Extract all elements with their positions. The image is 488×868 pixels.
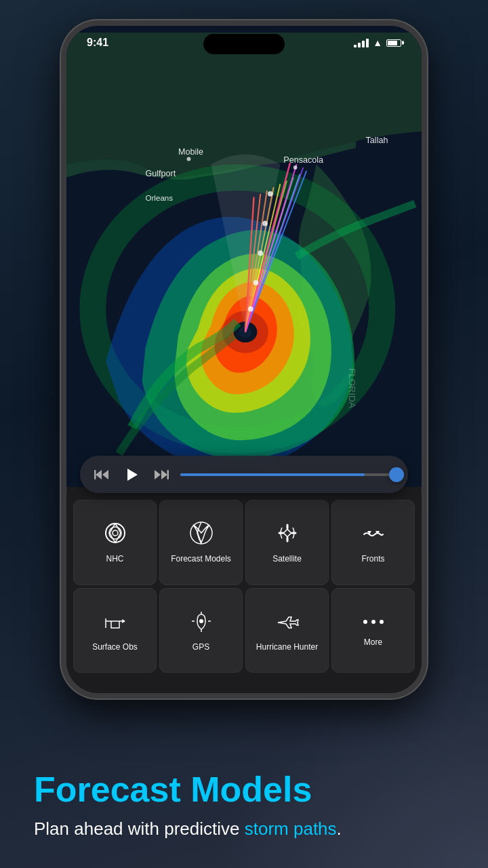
playback-controls (80, 456, 408, 493)
subtext-end: . (337, 818, 342, 839)
hurricane-hunter-icon (275, 609, 300, 637)
nhc-icon (103, 521, 127, 549)
svg-rect-36 (167, 470, 169, 479)
nhc-label: NHC (106, 554, 124, 564)
toolbar-item-more[interactable]: More (331, 588, 415, 673)
more-icon (361, 613, 386, 632)
svg-point-38 (109, 527, 121, 539)
gps-icon (189, 609, 214, 637)
toolbar-item-hurricane-hunter[interactable]: Hurricane Hunter (245, 588, 329, 673)
svg-rect-32 (94, 470, 96, 479)
subtext-plain: Plan ahead with predictive (34, 818, 245, 839)
progress-fill (180, 473, 365, 476)
forecast-models-icon (189, 521, 214, 549)
toolbar-item-gps[interactable]: GPS (159, 588, 243, 673)
satellite-icon (275, 521, 300, 549)
radar-map[interactable]: Mobile Pensacola Tallah Gulfport Orleans… (66, 26, 422, 487)
svg-point-61 (380, 620, 384, 624)
headline: Forecast Models (34, 770, 454, 809)
progress-thumb (389, 467, 404, 482)
phone-frame: 9:41 ▲ (61, 20, 427, 698)
battery-icon (386, 39, 401, 47)
wifi-icon: ▲ (373, 37, 382, 48)
svg-text:Pensacola: Pensacola (283, 155, 324, 165)
svg-marker-30 (96, 470, 102, 479)
surface-obs-icon (103, 609, 127, 637)
svg-point-23 (187, 157, 191, 161)
svg-text:Orleans: Orleans (145, 193, 173, 202)
status-time: 9:41 (87, 37, 108, 49)
svg-text:Gulfport: Gulfport (145, 169, 176, 178)
toolbar: NHC Forecast Models (66, 493, 422, 693)
svg-point-39 (113, 530, 118, 536)
rewind-button[interactable] (91, 464, 113, 486)
svg-point-60 (371, 620, 375, 624)
svg-point-59 (363, 620, 367, 624)
subtext-accent: storm paths (245, 818, 337, 839)
progress-track[interactable] (180, 473, 397, 476)
toolbar-item-surface-obs[interactable]: Surface Obs (73, 588, 157, 673)
svg-marker-33 (127, 469, 138, 481)
toolbar-item-fronts[interactable]: Fronts (331, 500, 415, 585)
svg-marker-31 (102, 470, 108, 479)
svg-rect-48 (111, 621, 119, 628)
surface-obs-label: Surface Obs (92, 642, 138, 652)
svg-text:Mobile: Mobile (178, 147, 203, 157)
hurricane-hunter-label: Hurricane Hunter (256, 642, 318, 652)
svg-marker-35 (155, 470, 161, 479)
satellite-label: Satellite (272, 554, 302, 564)
subtext: Plan ahead with predictive storm paths. (34, 816, 454, 841)
svg-point-37 (106, 524, 125, 542)
fronts-label: Fronts (361, 554, 384, 564)
svg-point-25 (293, 165, 298, 170)
dynamic-island (203, 34, 285, 54)
forecast-models-label: Forecast Models (171, 554, 231, 564)
gps-label: GPS (192, 642, 209, 652)
play-button[interactable] (121, 464, 142, 486)
signal-icon (354, 39, 369, 47)
svg-marker-34 (161, 470, 167, 479)
svg-text:Tallah: Tallah (366, 136, 388, 145)
toolbar-item-nhc[interactable]: NHC (73, 500, 157, 585)
svg-text:FLORIDA: FLORIDA (347, 368, 357, 409)
bottom-section: Forecast Models Plan ahead with predicti… (34, 770, 454, 841)
fastforward-button[interactable] (150, 464, 172, 486)
toolbar-item-forecast-models[interactable]: Forecast Models (159, 500, 243, 585)
status-icons: ▲ (354, 37, 401, 48)
toolbar-item-satellite[interactable]: Satellite (245, 500, 329, 585)
fronts-icon (361, 521, 386, 549)
svg-rect-41 (283, 529, 291, 536)
more-label: More (364, 637, 382, 647)
svg-point-54 (199, 619, 203, 623)
toolbar-grid: NHC Forecast Models (66, 493, 422, 693)
